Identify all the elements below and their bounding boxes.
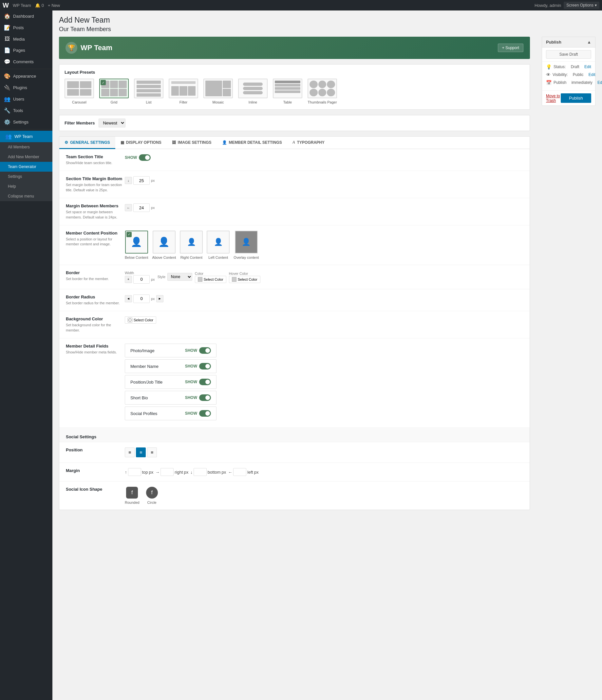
position-option-left[interactable]: 👤 Left Content [207, 231, 230, 259]
admin-bar-notifications[interactable]: 🔔 0 [35, 3, 44, 8]
toggle-switch-member-name[interactable] [199, 363, 211, 370]
toggle-switch-team-section-title[interactable] [139, 154, 151, 161]
num-right-border-radius[interactable]: ► [156, 295, 164, 302]
preset-table[interactable]: Table [273, 79, 302, 104]
edit-status-link[interactable]: Edit [584, 65, 591, 69]
toggle-bio[interactable]: SHOW [185, 394, 211, 401]
control-social-margin: ↑ top px → right px [125, 468, 523, 476]
num-input-section-margin[interactable] [133, 176, 150, 185]
control-margin-between: ← px [125, 203, 523, 212]
tab-display[interactable]: ▦ DISPLAY OPTIONS [115, 136, 167, 149]
shape-option-circle[interactable]: f Circle [146, 487, 158, 504]
filter-select[interactable]: Newest Oldest A-Z Z-A [99, 119, 125, 127]
sidebar-item-dashboard[interactable]: 🏠 Dashboard [0, 10, 52, 22]
toggle-team-section-title[interactable]: SHOW [125, 154, 151, 161]
move-to-trash-link[interactable]: Move to Trash [546, 94, 561, 103]
position-option-below[interactable]: ✓ 👤 Below Content [125, 231, 148, 259]
tab-member-detail[interactable]: 👤 MEMBER DETAIL SETTINGS [217, 136, 287, 149]
preset-inline[interactable]: Inline [238, 79, 268, 104]
position-thumb-right: 👤 [180, 231, 203, 253]
toggle-photo[interactable]: SHOW [185, 347, 211, 354]
tab-typography[interactable]: A TYPOGRAPHY [287, 136, 330, 149]
sidebar-item-tools[interactable]: 🔧 Tools [0, 105, 52, 116]
tth3 [327, 81, 335, 88]
border-style-select[interactable]: None Solid Dashed [167, 273, 192, 281]
margin-top-input[interactable] [128, 468, 141, 476]
toggle-switch-social[interactable] [199, 410, 211, 417]
toggle-member-name[interactable]: SHOW [185, 363, 211, 370]
desc-member-detail-fields: Show/Hide member meta fields. [66, 350, 125, 355]
sidebar-item-appearance[interactable]: 🎨 Appearance [0, 70, 52, 82]
margin-left-input[interactable] [233, 468, 246, 476]
preset-filter[interactable]: Filter [169, 79, 198, 104]
tth5 [318, 89, 327, 96]
toggle-switch-bio[interactable] [199, 394, 211, 401]
publish-button[interactable]: Publish [561, 93, 591, 103]
sidebar-item-add-new-member[interactable]: Add New Member [0, 152, 52, 162]
sidebar-item-plugins[interactable]: 🔌 Plugins [0, 82, 52, 93]
sidebar-item-team-settings[interactable]: Settings [0, 172, 52, 181]
publish-toggle[interactable]: ▲ [587, 40, 591, 45]
margin-right-input[interactable] [160, 468, 174, 476]
preset-thumbnails[interactable]: Thumbnails Pager [307, 79, 337, 104]
sidebar-item-settings[interactable]: ⚙️ Settings [0, 116, 52, 128]
border-hover-color-picker[interactable]: Select Color [229, 276, 260, 283]
wp-team-logo: 🏆 WP Team [66, 42, 112, 54]
save-draft-button[interactable]: Save Draft [546, 50, 591, 59]
sidebar-item-posts[interactable]: 📝 Posts [0, 22, 52, 33]
sidebar-item-team-generator[interactable]: Team Generator [0, 162, 52, 172]
content-area: 🏆 WP Team + Support Layout Presets [59, 37, 596, 510]
sidebar-item-collapse[interactable]: Collapse menu [0, 191, 52, 201]
position-option-overlay[interactable]: 👤 Overlay content [233, 231, 259, 259]
toggle-switch-position[interactable] [199, 379, 211, 385]
tth4 [309, 89, 318, 96]
tt3 [275, 91, 300, 93]
border-color-picker[interactable]: Select Color [195, 276, 226, 283]
sidebar-item-media[interactable]: 🖼 Media [0, 33, 52, 45]
num-left-border-radius[interactable]: ◄ [125, 295, 132, 302]
tab-general[interactable]: ⚙ GENERAL SETTINGS [59, 136, 115, 149]
label-member-detail-fields: Member Detail Fields [66, 344, 125, 349]
sidebar-item-pages[interactable]: 📄 Pages [0, 45, 52, 56]
num-down-section-margin[interactable]: ↓ [125, 177, 132, 184]
preset-list[interactable]: List [134, 79, 164, 104]
sidebar-item-wp-team[interactable]: 👥 WP Team [0, 131, 52, 142]
num-down-margin-between[interactable]: ← [125, 204, 132, 211]
pos-icon-left[interactable]: ≡ [125, 447, 134, 457]
position-option-above[interactable]: 👤 Above Content [152, 231, 176, 259]
tab-display-label: DISPLAY OPTIONS [126, 140, 161, 145]
edit-visibility-link[interactable]: Edit [588, 72, 596, 77]
edit-time-link[interactable]: Edit [597, 80, 602, 85]
background-color-picker[interactable]: Select Color [125, 317, 156, 324]
toggle-switch-photo[interactable] [199, 347, 211, 354]
wp-logo[interactable]: W [3, 2, 9, 9]
border-width-down[interactable]: + [125, 276, 132, 283]
support-button[interactable]: + Support [498, 44, 523, 52]
screen-options-button[interactable]: Screen Options ▾ [564, 2, 599, 9]
toggle-social[interactable]: SHOW [185, 410, 211, 417]
num-input-margin-between[interactable] [133, 203, 150, 212]
admin-bar-new[interactable]: + New [48, 3, 60, 8]
sidebar-item-help[interactable]: Help [0, 181, 52, 191]
preset-grid[interactable]: ✓ Grid [99, 79, 129, 104]
sidebar-item-comments[interactable]: 💬 Comments [0, 56, 52, 68]
preset-mosaic[interactable]: Mosaic [203, 79, 233, 104]
tab-display-icon: ▦ [121, 140, 124, 145]
admin-bar-site[interactable]: WP Team [13, 3, 31, 8]
shape-option-rounded[interactable]: f Rounded [125, 487, 140, 504]
position-option-right[interactable]: 👤 Right Content [180, 231, 203, 259]
preset-label-inline: Inline [249, 100, 257, 104]
pos-icon-center[interactable]: ≡ [136, 447, 146, 457]
num-input-border-radius[interactable] [133, 295, 150, 303]
setting-section-title-margin: Section Title Margin Bottom Set margin b… [59, 171, 530, 198]
preset-carousel[interactable]: Carousel [65, 79, 94, 104]
margin-bottom-input[interactable] [194, 468, 207, 476]
sidebar-item-all-members[interactable]: All Members [0, 142, 52, 152]
position-thumb-above: 👤 [153, 231, 176, 253]
sidebar-item-users[interactable]: 👥 Users [0, 93, 52, 105]
toggle-position[interactable]: SHOW [185, 379, 211, 385]
border-style-group: Style None Solid Dashed [157, 273, 192, 281]
tab-image[interactable]: 🖼 IMAGE SETTINGS [167, 136, 217, 149]
border-width-input[interactable] [133, 275, 150, 284]
pos-icon-right[interactable]: ≡ [147, 447, 157, 457]
